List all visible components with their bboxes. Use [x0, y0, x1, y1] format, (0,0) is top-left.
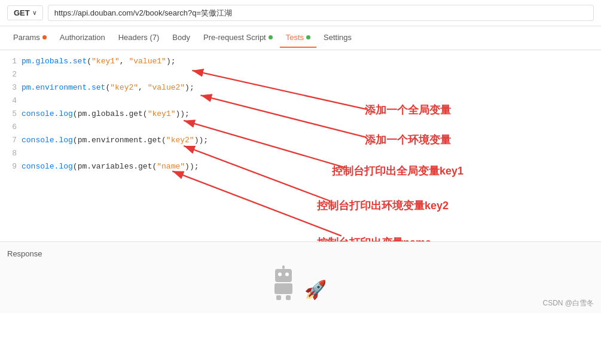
tab-prerequest-label: Pre-request Script — [203, 33, 266, 42]
line-num-7: 7 — [5, 134, 17, 147]
line-num-5: 5 — [5, 108, 17, 121]
response-label: Response — [7, 249, 594, 258]
line-num-4: 4 — [5, 94, 17, 108]
code-line-9: console.log(pm.variables.get("name")); — [22, 160, 601, 173]
annotation-2-text: 添加一个环境变量 — [365, 134, 451, 146]
line-num-9: 9 — [5, 160, 17, 173]
robot-body — [274, 283, 292, 294]
annotation-4-text: 控制台打印出环境变量key2 — [317, 200, 449, 212]
annotation-2: 添加一个环境变量 — [365, 133, 451, 147]
tab-authorization[interactable]: Authorization — [54, 28, 111, 48]
tab-settings-label: Settings — [324, 33, 352, 42]
line-num-2: 2 — [5, 68, 17, 81]
annotation-4: 控制台打印出环境变量key2 — [317, 198, 449, 213]
method-label: GET — [14, 8, 30, 17]
tab-tests[interactable]: Tests — [280, 28, 316, 48]
prerequest-dot — [269, 35, 273, 39]
chevron-down-icon: ∨ — [32, 10, 36, 16]
annotation-1: 添加一个全局变量 — [365, 103, 451, 117]
code-editor[interactable]: pm.globals.set("key1", "value1"); pm.env… — [22, 55, 601, 237]
tab-prerequest[interactable]: Pre-request Script — [197, 28, 279, 48]
tab-tests-label: Tests — [286, 33, 304, 42]
line-num-8: 8 — [5, 147, 17, 160]
method-select[interactable]: GET ∨ — [7, 5, 43, 20]
watermark: CSDN @白雪冬 — [542, 298, 594, 308]
tab-body[interactable]: Body — [166, 28, 196, 48]
tab-params[interactable]: Params — [7, 28, 53, 48]
code-line-6 — [22, 121, 601, 134]
params-dot — [42, 35, 47, 39]
line-numbers: 1 2 3 4 5 6 7 8 9 — [0, 55, 22, 237]
robot-foot-left — [276, 295, 281, 300]
tab-settings[interactable]: Settings — [318, 28, 358, 48]
robot-figure-icon — [274, 269, 292, 300]
line-num-6: 6 — [5, 121, 17, 134]
line-num-3: 3 — [5, 81, 17, 94]
editor-wrapper: 1 2 3 4 5 6 7 8 9 pm.globals.set("key1",… — [0, 50, 601, 241]
code-line-4 — [22, 94, 601, 108]
code-line-8 — [22, 147, 601, 160]
robot-feet — [276, 295, 291, 300]
robot-head — [275, 269, 292, 282]
url-bar: GET ∨ — [0, 0, 601, 26]
editor-area: 1 2 3 4 5 6 7 8 9 pm.globals.set("key1",… — [0, 50, 601, 241]
tab-headers[interactable]: Headers (7) — [112, 28, 166, 48]
tab-params-label: Params — [13, 33, 40, 42]
code-line-3: pm.environment.set("key2", "value2"); — [22, 81, 601, 94]
tab-headers-label: Headers (7) — [118, 33, 160, 42]
code-line-2 — [22, 68, 601, 81]
tabs-bar: Params Authorization Headers (7) Body Pr… — [0, 26, 601, 50]
code-line-5: console.log(pm.globals.get("key1")); — [22, 108, 601, 121]
line-num-1: 1 — [5, 55, 17, 68]
code-line-7: console.log(pm.environment.get("key2")); — [22, 134, 601, 147]
url-input[interactable] — [48, 5, 594, 21]
tests-dot — [306, 35, 310, 39]
annotation-3-text: 控制台打印出全局变量key1 — [332, 165, 463, 177]
code-line-1: pm.globals.set("key1", "value1"); — [22, 55, 601, 68]
annotation-3: 控制台打印出全局变量key1 — [332, 164, 463, 178]
robot-eye-left — [278, 273, 282, 276]
robot-foot-right — [286, 295, 291, 300]
response-section: Response 🚀 CSDN @白雪冬 — [0, 241, 601, 313]
tab-authorization-label: Authorization — [60, 33, 105, 42]
response-icons: 🚀 — [7, 263, 594, 306]
rocket-icon: 🚀 — [304, 279, 327, 300]
robot-eye-right — [285, 273, 289, 276]
tab-body-label: Body — [172, 33, 190, 42]
annotation-1-text: 添加一个全局变量 — [365, 104, 451, 116]
